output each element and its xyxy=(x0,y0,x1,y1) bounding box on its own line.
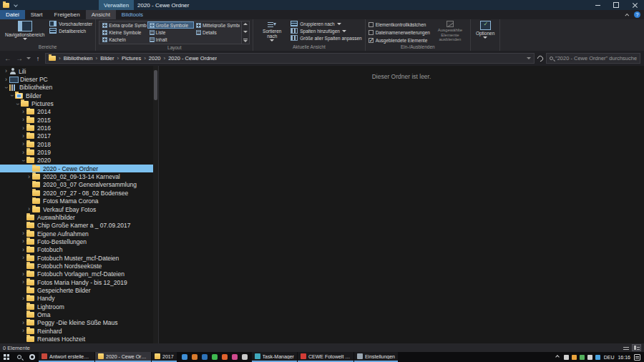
tree-item[interactable]: › 2014 xyxy=(0,108,158,116)
expander-icon[interactable]: › xyxy=(20,150,26,156)
forward-icon[interactable]: → xyxy=(15,55,24,62)
tree-item[interactable]: › Dieser PC xyxy=(0,75,158,83)
details-pane-button[interactable]: Detailbereich xyxy=(49,28,92,34)
expander-icon[interactable]: › xyxy=(20,295,26,302)
keyboard-language[interactable]: DEU xyxy=(604,355,615,360)
tray-expand-icon[interactable] xyxy=(555,355,560,359)
tray-icon[interactable] xyxy=(564,355,569,360)
tree-item[interactable]: 2020 - Cewe Ordner xyxy=(0,165,158,172)
gallery-more-icon[interactable] xyxy=(243,39,248,42)
layout-option[interactable]: Mittelgroße Symbole xyxy=(194,21,240,29)
taskbar-app-button[interactable]: Task-Manager xyxy=(252,352,297,362)
tree-item[interactable]: Gespeicherte Bilder xyxy=(0,286,158,294)
layout-option[interactable]: Große Symbole xyxy=(147,21,194,29)
search-input[interactable] xyxy=(555,55,637,62)
gallery-up-icon[interactable] xyxy=(243,23,248,25)
tree-item[interactable]: › Bilder xyxy=(0,92,158,99)
search-box[interactable] xyxy=(546,53,640,64)
breadcrumb-segment[interactable]: Bilder xyxy=(93,55,114,62)
expander-icon[interactable]: › xyxy=(3,77,9,83)
layout-option[interactable]: Extra große Symbole xyxy=(100,21,147,29)
tree-item[interactable]: › Peggy -Die kleine Süße Maus xyxy=(0,319,158,327)
expander-icon[interactable]: › xyxy=(20,328,26,334)
pinned-app-icon[interactable] xyxy=(192,354,197,360)
taskbar-app-button[interactable]: CEWE Fotowelt 7.1.0 (... xyxy=(298,352,353,362)
file-list-pane[interactable]: Dieser Ordner ist leer. xyxy=(159,66,644,343)
tree-item[interactable]: › 2020_02_09-13-14 Karneval xyxy=(0,172,158,180)
taskbar-app-button[interactable]: Einstellungen xyxy=(354,352,398,362)
tree-item[interactable]: › Verkauf Ebay Fotos xyxy=(0,205,158,213)
expander-icon[interactable]: › xyxy=(26,206,32,212)
expander-icon[interactable]: › xyxy=(20,279,26,285)
address-dropdown-icon[interactable] xyxy=(527,57,531,59)
ribbon-checkbox[interactable]: Elementkontrollkästchen xyxy=(369,21,430,28)
expander-icon[interactable]: › xyxy=(20,157,26,164)
expander-icon[interactable]: › xyxy=(26,174,32,180)
maximize-button[interactable] xyxy=(607,0,625,10)
add-columns-button[interactable]: Spalten hinzufügen xyxy=(291,28,361,34)
expander-icon[interactable]: › xyxy=(3,84,9,91)
tree-item[interactable]: Fotobuch Nordseeküste xyxy=(0,262,158,270)
hide-selected-button[interactable]: Ausgewählte Elemente ausblenden xyxy=(433,20,467,42)
navigation-pane-button[interactable]: Navigationsbereich xyxy=(3,20,47,41)
group-by-button[interactable]: Gruppieren nach xyxy=(291,21,361,26)
ribbon-collapse-icon[interactable] xyxy=(625,13,629,17)
ribbon-tab[interactable]: Ansicht xyxy=(86,10,116,19)
tree-item[interactable]: Fotos Mama Corona xyxy=(0,197,158,205)
tree-item[interactable]: › Bibliotheken xyxy=(0,84,158,92)
tree-item[interactable]: › 2017 xyxy=(0,132,158,140)
tree-item[interactable]: › Handy xyxy=(0,295,158,303)
pinned-app-icon[interactable] xyxy=(232,354,238,360)
qat-customize-icon[interactable] xyxy=(14,3,18,7)
help-icon[interactable]: ? xyxy=(634,11,640,18)
expander-icon[interactable]: › xyxy=(20,117,26,123)
breadcrumb-segment[interactable]: Bibliotheken xyxy=(56,55,93,62)
preview-pane-button[interactable]: Vorschaufenster xyxy=(49,21,92,26)
tree-item[interactable]: › Fotos Maria Handy - bis 12_2019 xyxy=(0,278,158,286)
tree-item[interactable]: › 2019 xyxy=(0,148,158,156)
pinned-app-icon[interactable] xyxy=(222,354,228,360)
tree-item[interactable]: › Foto-Bestellungen xyxy=(0,238,158,245)
expander-icon[interactable]: › xyxy=(20,141,26,147)
ribbon-checkbox[interactable]: Dateinamenerweiterungen xyxy=(369,29,430,36)
breadcrumb[interactable]: BibliothekenBilderPictures20202020 - Cew… xyxy=(45,53,535,64)
tray-icon[interactable] xyxy=(595,355,600,360)
expander-icon[interactable]: › xyxy=(20,133,26,140)
expander-icon[interactable]: › xyxy=(3,68,9,74)
minimize-button[interactable] xyxy=(588,0,607,10)
ribbon-checkbox[interactable]: Ausgeblendete Elemente xyxy=(369,36,430,44)
pinned-app-icon[interactable] xyxy=(242,354,248,360)
pinned-app-icon[interactable] xyxy=(202,354,208,360)
expander-icon[interactable]: › xyxy=(20,238,26,245)
cortana-button[interactable] xyxy=(26,352,39,362)
tree-item[interactable]: › 2018 xyxy=(0,140,158,148)
up-icon[interactable]: ↑ xyxy=(34,55,42,62)
pinned-app-icon[interactable] xyxy=(182,354,187,360)
tree-item[interactable]: 2020_03_07 Generalversammlung xyxy=(0,181,158,189)
tree-item[interactable]: › Fotobuch xyxy=(0,246,158,254)
tree-item[interactable]: › Lili xyxy=(0,67,158,75)
tree-item[interactable]: Renates Hochzeit xyxy=(0,335,158,343)
taskbar-app-button[interactable]: 2017 xyxy=(152,352,177,362)
icons-view-button[interactable] xyxy=(632,344,641,351)
size-columns-button[interactable]: Größe aller Spalten anpassen xyxy=(291,35,361,41)
expander-icon[interactable]: › xyxy=(20,255,26,261)
refresh-icon[interactable] xyxy=(536,54,544,62)
layout-option[interactable]: Details xyxy=(194,29,240,36)
details-view-button[interactable] xyxy=(621,344,630,351)
tree-item[interactable]: › 2020 xyxy=(0,157,158,165)
taskbar-app-button[interactable]: Antwort erstellen • CE... xyxy=(39,352,94,362)
expander-icon[interactable]: › xyxy=(9,92,15,99)
tray-icon[interactable] xyxy=(580,355,585,360)
tray-icon[interactable] xyxy=(572,355,577,360)
options-button[interactable]: Optionen xyxy=(474,20,497,39)
layout-option[interactable]: Liste xyxy=(147,29,194,36)
expander-icon[interactable]: › xyxy=(20,247,26,253)
gallery-down-icon[interactable] xyxy=(243,31,248,33)
layout-option[interactable]: Kacheln xyxy=(100,36,147,44)
tree-item[interactable]: 2020_07_27 - 08_02 Bodensee xyxy=(0,189,158,197)
tray-icon[interactable] xyxy=(587,355,592,360)
taskbar-search-button[interactable] xyxy=(13,352,26,362)
tree-item[interactable]: › Fotobuch Muster_mcf-Dateien xyxy=(0,254,158,262)
pinned-app-icon[interactable] xyxy=(212,354,218,360)
